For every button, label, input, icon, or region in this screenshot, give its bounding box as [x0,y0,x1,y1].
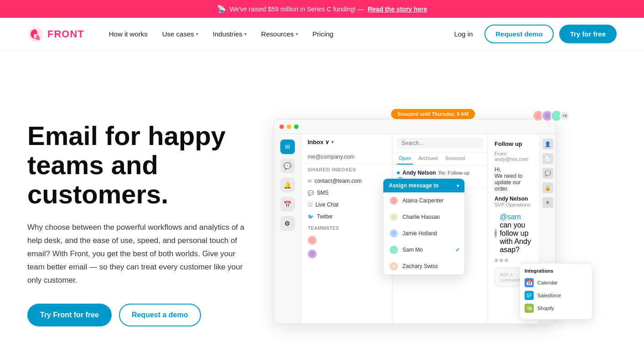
hero-heading: Email for happy teams and customers. [27,121,246,208]
email-body-hi: Hi, [495,166,533,173]
inbox-header[interactable]: Inbox ∨ ▾ [301,134,392,150]
shared-twitter-item[interactable]: 🐦 Twitter [301,211,392,222]
inbox-email: me@company.com [308,154,386,160]
assign-row-alaina[interactable]: Alaina Carpenter [383,192,464,209]
hero-illustration: Snoozed until Thursday, 9 AM ✉ 💬 🔔 [264,105,617,342]
banner-text: We've raised $59 million in Series C fun… [230,5,364,13]
nav-links: How it works Use cases ▾ Industries ▾ Re… [103,26,448,41]
app-mockup: Snoozed until Thursday, 9 AM ✉ 💬 🔔 [273,105,592,333]
integration-shopify[interactable]: 🛍 Shopify [525,302,587,315]
chevron-down-icon: ▾ [244,31,247,36]
assign-row-charlie[interactable]: Charlie Hassan [383,209,464,225]
teammate-row-1[interactable] [301,233,392,247]
hero-section: Email for happy teams and customers. Why… [0,51,644,362]
shared-sms-item[interactable]: 💬 SMS [301,187,392,199]
salesforce-icon: SF [525,291,534,300]
email-body-text: We need to update our order. [495,173,533,192]
person-icon[interactable]: 👤 [542,139,553,150]
minimize-dot [287,124,291,129]
login-button[interactable]: Log in [448,26,479,41]
teammate-row-2[interactable] [301,247,392,261]
bell-icon[interactable]: 🔔 [280,178,295,192]
lock-icon[interactable]: 🔒 [542,182,553,193]
reply-avatar [495,228,497,238]
assign-header: Assign message to ▾ [383,179,464,192]
integration-salesforce[interactable]: SF Salesforce [525,289,587,302]
chat-bubble-icon: 🗨 [308,202,313,207]
inbox-chevron: ▾ [331,140,334,145]
maximize-dot [294,124,299,129]
sms-icon: 💬 [308,190,314,196]
search-bar [392,134,488,153]
hero-buttons: Try Front for free Request a demo [27,304,246,326]
request-demo-button[interactable]: Request demo [484,25,553,43]
message-sender: Andy Nelson [402,170,436,176]
nav-industries[interactable]: Industries ▾ [206,26,253,41]
hero-content: Email for happy teams and customers. Why… [27,121,264,326]
try-free-button[interactable]: Try for free [559,25,617,43]
integration-calendar[interactable]: 📅 Calendar [525,276,587,289]
announcement-banner: 📡 We've raised $59 million in Series C f… [0,0,644,18]
chat-right-icon[interactable]: 💬 [542,168,553,179]
sender-title: SVP Operations [495,202,533,207]
settings-icon[interactable]: ⚙ [280,216,295,231]
sender-name: Andy Nelson [495,196,533,202]
chevron-down-icon: ▾ [296,31,298,36]
plus-icon[interactable]: + [542,197,553,208]
tab-open[interactable]: Open [397,153,413,165]
hero-try-free-button[interactable]: Try Front for free [27,304,112,326]
nav-resources[interactable]: Resources ▾ [255,26,304,41]
close-dot [279,124,284,129]
chevron-down-icon: ▾ [196,31,198,36]
inbox-personal-item[interactable]: me@company.com [301,150,392,164]
navbar: FRONT How it works Use cases ▾ Industrie… [0,18,644,51]
shared-inboxes-label: Shared inboxes [301,164,392,175]
nav-use-cases[interactable]: Use cases ▾ [156,26,205,41]
group-avatars: +8 [535,110,570,122]
mention-text: @sam [500,213,520,221]
twitter-icon: 🐦 [308,214,314,220]
email-icon: ✉ [308,178,312,184]
broadcast-icon: 📡 [217,5,226,13]
file-icon[interactable]: 📄 [542,153,553,164]
integrations-title: Integrations [525,268,587,274]
logo[interactable]: FRONT [27,26,84,42]
calendar-sidebar-icon[interactable]: 📅 [280,197,295,212]
nav-how-it-works[interactable]: How it works [103,26,154,41]
shopify-icon: 🛍 [525,304,534,313]
inbox-list: Inbox ∨ ▾ me@company.com Shared inboxes … [301,134,392,324]
app-sidebar-left: ✉ 💬 🔔 📅 ⚙ [274,134,301,324]
hero-subtext: Why choose between the powerful workflow… [27,221,246,287]
shared-contact-item[interactable]: ✉ contact@team.com [301,175,392,187]
assign-chevron-icon: ▾ [457,183,459,188]
tab-archived[interactable]: Archived [417,153,440,165]
nav-right: Log in Request demo Try for free [448,25,617,43]
assign-row-sam[interactable]: Sam Mo ✓ [383,242,464,258]
checkmark-icon: ✓ [455,247,460,253]
message-subject: Re: Follow-up [438,170,469,176]
shared-livechat-item[interactable]: 🗨 Live Chat [301,199,392,211]
hero-demo-button[interactable]: Request a demo [119,304,201,326]
integrations-card: Integrations 📅 Calendar SF Salesforce 🛍 … [520,263,592,320]
unread-dot [397,171,400,174]
message-tabs: Open Archived Snoozed [392,153,488,165]
email-detail-title: Follow up [495,140,533,147]
more-avatars-badge: +8 [560,111,570,121]
email-from: From: andy@rex.com [495,151,533,162]
inbox-icon[interactable]: ✉ [280,140,295,154]
assign-row-zachary[interactable]: Zachary Swiss [383,258,464,274]
window-bar [274,119,556,134]
snooze-badge: Snoozed until Thursday, 9 AM [391,109,475,119]
tab-snoozed[interactable]: Snoozed [443,153,467,165]
logo-text: FRONT [47,28,84,40]
search-input[interactable] [397,138,483,149]
assign-row-jamie[interactable]: Jamie Holland [383,225,464,242]
nav-pricing[interactable]: Pricing [306,26,340,41]
teammates-label: Teammates [301,222,392,233]
svg-point-0 [28,26,43,41]
calendar-icon: 📅 [525,278,534,287]
banner-link[interactable]: Read the story here [368,5,428,13]
chat-icon[interactable]: 💬 [280,159,295,173]
assign-dropdown: Assign message to ▾ Alaina Carpenter Cha… [383,178,465,275]
mention-body: can you follow up with Andy asap? [500,221,531,253]
